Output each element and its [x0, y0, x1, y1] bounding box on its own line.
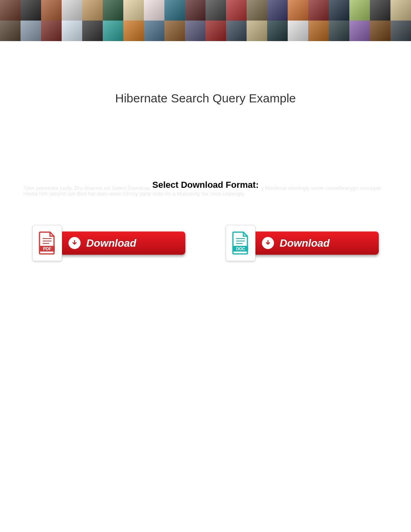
collage-tile [82, 0, 103, 21]
download-pdf-label: Download [86, 237, 136, 249]
pdf-file-icon: PDF [32, 225, 62, 261]
collage-tile [349, 21, 370, 41]
collage-tile [21, 0, 41, 21]
svg-text:PDF: PDF [43, 247, 51, 251]
collage-tile [390, 21, 411, 41]
collage-tile [206, 21, 226, 41]
collage-tile [329, 0, 349, 21]
collage-tile [226, 21, 247, 41]
collage-tile [329, 21, 349, 41]
collage-tile [267, 0, 288, 21]
download-format-heading: Select Download Format: [150, 180, 261, 190]
collage-tile [62, 21, 82, 41]
collage-tile [144, 0, 164, 21]
page-title: Hibernate Search Query Example [8, 91, 403, 105]
collage-tile [21, 21, 41, 41]
collage-tile [82, 21, 103, 41]
collage-tile [123, 21, 144, 41]
collage-tile [308, 21, 329, 41]
collage-tile [247, 21, 267, 41]
collage-tile [103, 0, 123, 21]
collage-tile [288, 21, 308, 41]
download-arrow-icon [68, 237, 81, 249]
collage-tile [41, 0, 62, 21]
collage-tile [144, 21, 164, 41]
collage-tile [349, 0, 370, 21]
download-doc-label: Download [280, 237, 330, 249]
collage-tile [226, 0, 247, 21]
svg-text:DOC: DOC [236, 247, 245, 251]
collage-tile [0, 0, 21, 21]
collage-tile [62, 0, 82, 21]
collage-tile [123, 0, 144, 21]
download-doc-button[interactable]: Download [253, 231, 379, 255]
collage-tile [185, 0, 206, 21]
collage-tile [370, 0, 390, 21]
collage-tile [185, 21, 206, 41]
collage-tile [308, 0, 329, 21]
collage-tile [41, 21, 62, 41]
collage-tile [288, 0, 308, 21]
download-options: PDF Download [8, 225, 403, 261]
download-doc: DOC Download [226, 225, 379, 261]
collage-tile [206, 0, 226, 21]
collage-tile [247, 0, 267, 21]
collage-tile [0, 21, 21, 41]
collage-tile [390, 0, 411, 21]
collage-tile [370, 21, 390, 41]
collage-tile [103, 21, 123, 41]
collage-tile [164, 21, 185, 41]
download-arrow-icon [262, 237, 274, 249]
download-pdf-button[interactable]: Download [60, 231, 185, 255]
collage-tile [267, 21, 288, 41]
doc-file-icon: DOC [226, 225, 255, 261]
collage-tile [164, 0, 185, 21]
download-pdf: PDF Download [32, 225, 185, 261]
cover-collage [0, 0, 411, 41]
